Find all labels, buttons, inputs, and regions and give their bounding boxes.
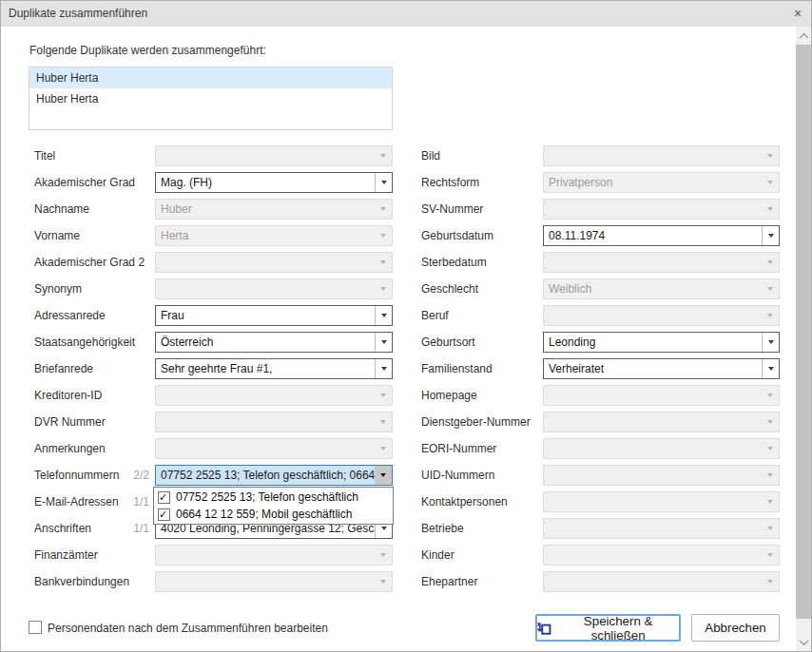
- dropdown-item[interactable]: 07752 2525 13; Telefon geschäftlich: [154, 489, 393, 506]
- field-label: E-Mail-Adressen: [34, 491, 119, 512]
- field-label: Synonym: [34, 278, 82, 299]
- combobox-value: [156, 546, 375, 565]
- dropdown-item[interactable]: 0664 12 12 559; Mobil geschäftlich: [154, 506, 393, 523]
- field-label: Rechtsform: [421, 172, 479, 193]
- field-label: Homepage: [421, 385, 477, 406]
- field-label: SV-Nummer: [421, 199, 483, 220]
- list-item[interactable]: Huber Herta: [29, 67, 392, 88]
- combobox-kreditoren-id: [155, 385, 393, 406]
- chevron-down-icon: [762, 466, 779, 485]
- combobox-sv-nummer: [543, 199, 780, 220]
- combobox-betriebe: [543, 518, 780, 539]
- chevron-down-icon[interactable]: [375, 359, 392, 378]
- combobox-geburtsdatum[interactable]: 08.11.1974: [543, 225, 780, 246]
- combobox-value: [544, 572, 762, 591]
- checkbox-icon[interactable]: [158, 491, 170, 504]
- combobox-bild: [543, 145, 780, 166]
- combobox-akademischer-grad-2: [155, 252, 393, 273]
- combobox-value: [544, 546, 762, 565]
- dialog-title: Duplikate zusammenführen: [9, 0, 147, 27]
- field-label: Kontaktpersonen: [421, 491, 508, 512]
- combobox-value: [544, 412, 762, 431]
- combobox-homepage: [543, 385, 780, 406]
- chevron-down-icon[interactable]: [762, 333, 779, 352]
- field-label: Betriebe: [421, 518, 464, 539]
- chevron-down-icon[interactable]: [375, 306, 392, 325]
- field-label: Staatsangehörigkeit: [34, 332, 135, 353]
- field-label: Briefanrede: [34, 358, 93, 379]
- dropdown-item-label: 0664 12 12 559; Mobil geschäftlich: [176, 508, 352, 521]
- combobox-adressanrede[interactable]: Frau: [155, 305, 393, 326]
- duplicates-list: Huber HertaHuber Herta: [29, 67, 393, 130]
- chevron-down-icon[interactable]: [762, 359, 779, 378]
- chevron-down-icon: [375, 253, 392, 272]
- field-label: EORI-Nummer: [421, 438, 496, 459]
- edit-after-merge-label: Personendaten nach dem Zusammenführen be…: [48, 622, 328, 635]
- combobox-value: [156, 439, 375, 458]
- combobox-geburtsort[interactable]: Leonding: [543, 332, 780, 353]
- combobox-ehepartner: [543, 571, 780, 592]
- list-item[interactable]: Huber Herta: [29, 88, 392, 109]
- chevron-down-icon: [762, 519, 779, 538]
- field-label: Ehepartner: [421, 571, 477, 592]
- chevron-down-icon: [375, 439, 392, 458]
- combobox-briefanrede[interactable]: Sehr geehrte Frau #1,: [155, 358, 393, 379]
- field-label: Geburtsdatum: [421, 225, 493, 246]
- chevron-down-icon: [762, 412, 779, 431]
- save-close-label: Speichern & schließen: [557, 614, 679, 642]
- chevron-down-icon[interactable]: [762, 226, 779, 245]
- combobox-titel: [155, 145, 393, 166]
- combobox-familienstand[interactable]: Verheiratet: [543, 358, 780, 379]
- field-label: Bild: [421, 145, 440, 166]
- combobox-staatsangehörigkeit[interactable]: Österreich: [155, 332, 393, 353]
- combobox-value: Österreich: [156, 333, 375, 352]
- scrollbar-thumb[interactable]: [796, 45, 812, 619]
- save-close-icon: x: [537, 621, 551, 636]
- chevron-down-icon[interactable]: [375, 173, 392, 192]
- combobox-dvr-nummer: [155, 412, 393, 432]
- combobox-bankverbindungen: [155, 571, 393, 592]
- field-label: Dienstgeber-Nummer: [421, 412, 531, 432]
- dialog-titlebar: Duplikate zusammenführen ×: [0, 0, 812, 27]
- combobox-value: Huber: [156, 200, 375, 219]
- combobox-value: Verheiratet: [544, 359, 762, 378]
- combobox-value: [156, 279, 375, 298]
- chevron-down-icon: [375, 546, 392, 565]
- cancel-button[interactable]: Abbrechen: [691, 614, 780, 642]
- combobox-value: 07752 2525 13; Telefon geschäftlich; 066…: [156, 466, 375, 485]
- save-close-button[interactable]: x Speichern & schließen: [535, 614, 681, 642]
- combobox-akademischer-grad[interactable]: Mag. (FH): [155, 172, 393, 193]
- chevron-down-icon: [762, 146, 779, 165]
- chevron-down-icon: [375, 146, 392, 165]
- combobox-anmerkungen: [155, 438, 393, 459]
- close-icon[interactable]: ×: [788, 4, 807, 23]
- combobox-telefonnummern[interactable]: 07752 2525 13; Telefon geschäftlich; 066…: [155, 465, 393, 486]
- combobox-value: Mag. (FH): [156, 173, 375, 192]
- checkbox-icon[interactable]: [158, 508, 170, 521]
- combobox-synonym: [155, 278, 393, 299]
- combobox-sterbedatum: [543, 252, 780, 273]
- scrollbar-down-icon[interactable]: [796, 634, 812, 650]
- field-count: 1/1: [126, 518, 149, 539]
- chevron-down-icon: [375, 386, 392, 405]
- scrollbar-up-icon[interactable]: [796, 29, 812, 45]
- chevron-down-icon[interactable]: [375, 466, 392, 485]
- chevron-down-icon: [762, 200, 779, 219]
- chevron-down-icon: [375, 412, 392, 431]
- field-label: Akademischer Grad 2: [34, 252, 145, 273]
- chevron-down-icon: [375, 279, 392, 298]
- field-label: Adressanrede: [34, 305, 106, 326]
- combobox-value: [544, 519, 762, 538]
- combobox-value: Herta: [156, 226, 375, 245]
- chevron-down-icon: [762, 386, 779, 405]
- dropdown-item-label: 07752 2525 13; Telefon geschäftlich: [176, 490, 358, 504]
- chevron-down-icon[interactable]: [375, 333, 392, 352]
- combobox-value: [544, 492, 762, 511]
- combobox-value: [156, 386, 375, 405]
- field-label: Telefonnummern: [34, 465, 119, 486]
- cancel-label: Abbrechen: [705, 621, 765, 635]
- chevron-down-icon: [762, 253, 779, 272]
- chevron-down-icon: [375, 200, 392, 219]
- vertical-scrollbar[interactable]: [796, 27, 812, 652]
- edit-after-merge-checkbox[interactable]: [29, 621, 42, 634]
